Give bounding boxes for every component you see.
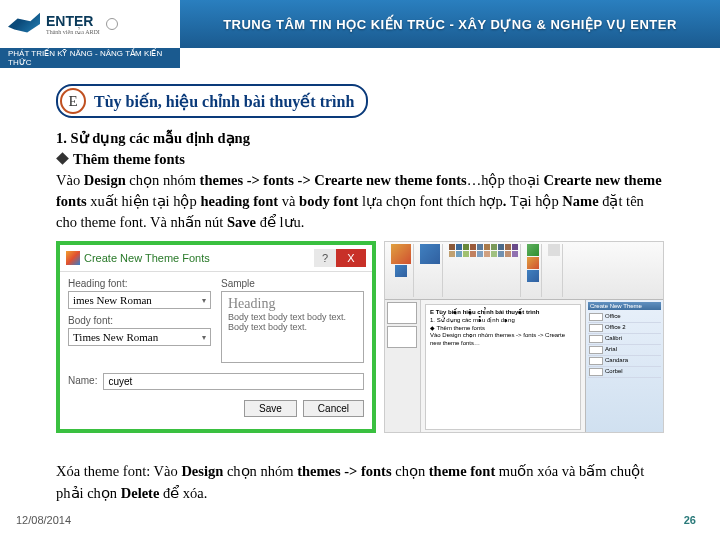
theme-font-item[interactable]: Office bbox=[588, 312, 661, 323]
body-font-select[interactable]: Times New Roman▾ bbox=[68, 328, 211, 346]
fonts-icon[interactable] bbox=[527, 257, 539, 269]
ribbon-icon[interactable] bbox=[420, 244, 440, 264]
theme-font-item[interactable]: Arial bbox=[588, 345, 661, 356]
name-label: Name: bbox=[68, 375, 97, 386]
app-screenshot: E Tùy biến hiệu chỉnh bài thuyết trình 1… bbox=[384, 241, 664, 433]
task-pane: Create New Theme OfficeOffice 2CalibriAr… bbox=[585, 300, 663, 433]
line-1: 1. Sử dụng các mẫu định dạng bbox=[56, 130, 250, 146]
chevron-down-icon: ▾ bbox=[202, 333, 206, 342]
heading-font-select[interactable]: imes New Roman▾ bbox=[68, 291, 211, 309]
name-input[interactable]: cuyet bbox=[103, 373, 364, 390]
dialog-create-theme-fonts: Create New Theme Fonts ? X Heading font:… bbox=[56, 241, 376, 433]
body-text: 1. Sử dụng các mẫu định dạng Thêm theme … bbox=[56, 128, 664, 233]
slide-thumb[interactable] bbox=[387, 302, 417, 324]
dialog-icon bbox=[66, 251, 80, 265]
line-2: Thêm theme fonts bbox=[73, 151, 185, 167]
sample-body: Body text body text body text. Body text… bbox=[228, 312, 357, 332]
theme-font-item[interactable]: Candara bbox=[588, 356, 661, 367]
dialog-titlebar: Create New Theme Fonts ? X bbox=[60, 245, 372, 271]
heading-font-label: Heading font: bbox=[68, 278, 211, 289]
ribbon-icon[interactable] bbox=[395, 265, 407, 277]
task-pane-title: Create New Theme bbox=[588, 302, 661, 310]
header-title: TRUNG TÂM TIN HỌC KIẾN TRÚC - XÂY DỰNG &… bbox=[180, 17, 720, 32]
logo-subtitle: Thành viên của ARDI bbox=[46, 28, 100, 35]
screenshots-row: Create New Theme Fonts ? X Heading font:… bbox=[56, 241, 664, 433]
slide-thumb[interactable] bbox=[387, 326, 417, 348]
footer-date: 12/08/2014 bbox=[16, 514, 71, 526]
ribbon-icon[interactable] bbox=[391, 244, 411, 264]
colors-icon[interactable] bbox=[527, 244, 539, 256]
cancel-button[interactable]: Cancel bbox=[303, 400, 364, 417]
close-button[interactable]: X bbox=[336, 249, 366, 267]
delete-paragraph: Xóa theme font: Vào Design chọn nhóm the… bbox=[56, 461, 664, 505]
theme-font-item[interactable]: Corbel bbox=[588, 367, 661, 378]
tagline: PHÁT TRIỂN KỸ NĂNG - NÂNG TẦM KIẾN THỨC bbox=[0, 48, 180, 68]
header-bar: ENTER Thành viên của ARDI TRUNG TÂM TIN … bbox=[0, 0, 720, 48]
logo-name: ENTER bbox=[46, 14, 100, 28]
section-heading: E Tùy biến, hiệu chỉnh bài thuyết trình bbox=[56, 84, 368, 118]
slide-panel bbox=[385, 300, 421, 433]
chevron-down-icon: ▾ bbox=[202, 296, 206, 305]
dialog-title: Create New Theme Fonts bbox=[84, 252, 210, 264]
theme-gallery[interactable] bbox=[449, 244, 518, 257]
logo-area: ENTER Thành viên của ARDI bbox=[0, 0, 180, 48]
effects-icon[interactable] bbox=[527, 270, 539, 282]
sample-preview: Heading Body text body text body text. B… bbox=[221, 291, 364, 363]
ribbon bbox=[385, 242, 663, 300]
page-number: 26 bbox=[684, 514, 696, 526]
body-font-label: Body font: bbox=[68, 315, 211, 326]
section-title: Tùy biến, hiệu chỉnh bài thuyết trình bbox=[94, 92, 354, 111]
background-icon[interactable] bbox=[548, 244, 560, 256]
sample-label: Sample bbox=[221, 278, 364, 289]
theme-font-item[interactable]: Office 2 bbox=[588, 323, 661, 334]
body-paragraph: Vào Design chọn nhóm themes -> fonts -> … bbox=[56, 170, 664, 233]
sound-icon bbox=[106, 18, 118, 30]
footer: 12/08/2014 26 bbox=[16, 514, 696, 526]
help-button[interactable]: ? bbox=[314, 249, 336, 267]
section-badge: E bbox=[60, 88, 86, 114]
sample-heading: Heading bbox=[228, 296, 357, 312]
bullet-icon bbox=[56, 152, 69, 165]
logo-icon bbox=[8, 10, 40, 38]
main-slide: E Tùy biến hiệu chỉnh bài thuyết trình 1… bbox=[425, 304, 581, 430]
save-button[interactable]: Save bbox=[244, 400, 297, 417]
theme-font-item[interactable]: Calibri bbox=[588, 334, 661, 345]
